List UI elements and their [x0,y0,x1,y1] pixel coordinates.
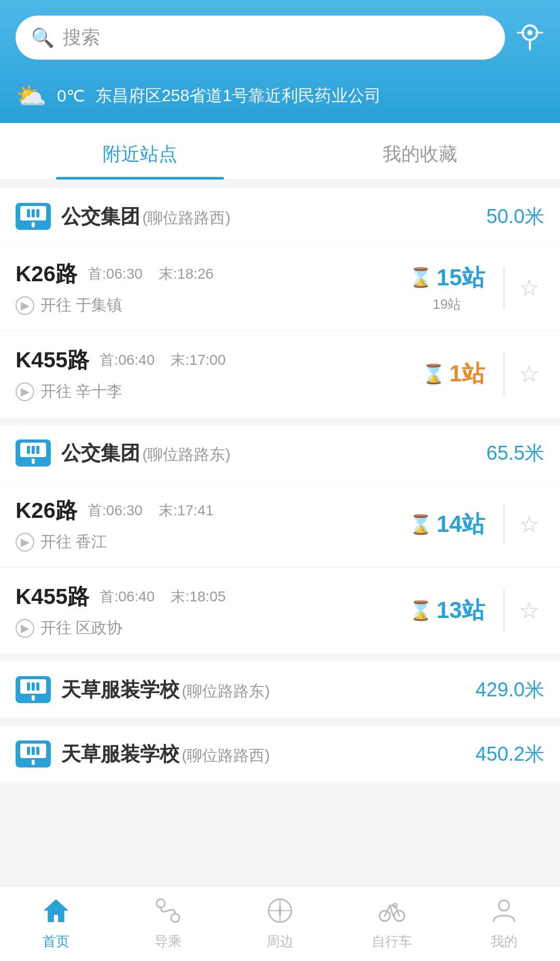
location-text: 东昌府区258省道1号靠近利民药业公司 [95,85,381,107]
route-row-k26-1[interactable]: K26路 首:06:30 末:18:26 ▶ 开往 于集镇 ⌛ 15 [0,245,560,331]
svg-point-16 [499,900,509,911]
divider-k455-1 [503,353,505,395]
station-header-3: 天草服装学校 (聊位路路东) 429.0米 [0,662,560,718]
bus-stop-icon-1 [16,203,51,230]
route-times-k26-1: 首:06:30 末:18:26 [88,264,214,284]
route-name-k455-1: K455路 [16,346,89,375]
route-name-k455-2: K455路 [16,582,89,611]
station-name-3: 天草服装学校 [61,679,179,701]
route-times-k26-2: 首:06:30 末:17:41 [88,501,214,520]
routes-station-2: K26路 首:06:30 末:17:41 ▶ 开往 香江 ⌛ 14站 [0,482,560,653]
search-icon: 🔍 [31,27,54,49]
divider-k26-1 [503,267,505,309]
route-dest-k455-1: 开往 辛十李 [40,381,122,402]
weather-icon: ⛅ [16,81,47,111]
tabs-container: 附近站点 我的收藏 [0,123,560,180]
arrow-icon-k26-1: ▶ [16,296,34,315]
compass-icon [267,897,293,928]
header: 🔍 搜索 ⛅ 0℃ 东昌府区258省道1号靠近利民药业公司 [0,0,560,123]
divider-k26-2 [503,504,505,545]
location-button[interactable] [515,20,544,56]
stops-main-k455-1: ⌛ 1站 [422,359,485,389]
search-row: 🔍 搜索 [16,16,544,60]
nav-item-nearby[interactable]: 周边 [224,886,336,961]
stops-main-k26-1: ⌛ 15站 [409,263,485,293]
station-name-1: 公交集团 [61,205,140,227]
route-dest-k455-2: 开往 区政协 [40,617,122,639]
nav-label-bike: 自行车 [372,932,412,951]
bus-stop-icon-4 [16,740,51,767]
svg-point-1 [527,30,533,35]
arrow-icon-k455-1: ▶ [16,382,34,401]
search-bar[interactable]: 🔍 搜索 [16,16,505,60]
home-icon [43,897,69,928]
search-placeholder: 搜索 [63,25,100,50]
nav-label-nearby: 周边 [267,932,293,951]
station-distance-1: 50.0米 [486,203,544,230]
station-sub-3: (聊位路路东) [181,682,270,699]
route-row-k26-2[interactable]: K26路 首:06:30 末:17:41 ▶ 开往 香江 ⌛ 14站 [0,482,560,568]
station-sub-4: (聊位路路西) [181,747,270,764]
station-sub-2: (聊位路路东) [142,446,230,463]
svg-marker-5 [44,899,68,922]
station-sub-1: (聊位路路西) [142,209,230,226]
person-icon [491,897,517,928]
route-times-k455-1: 首:06:40 末:17:00 [100,350,226,370]
route-name-k26-2: K26路 [16,496,77,525]
weather-row: ⛅ 0℃ 东昌府区258省道1号靠近利民药业公司 [16,72,544,123]
hourglass-icon-k26-2: ⌛ [409,514,432,536]
station-header-1: 公交集团 (聊位路路西) 50.0米 [0,188,560,244]
nav-label-profile: 我的 [491,932,517,951]
svg-point-7 [171,914,179,922]
routes-station-1: K26路 首:06:30 末:18:26 ▶ 开往 于集镇 ⌛ 15 [0,245,560,417]
route-icon [155,897,181,928]
station-distance-3: 429.0米 [475,677,544,703]
divider-k455-2 [503,590,505,631]
hourglass-icon-k455-1: ⌛ [422,363,445,385]
station-distance-4: 450.2米 [475,741,544,767]
svg-point-6 [157,899,165,908]
temperature: 0℃ [57,86,85,106]
bus-stop-icon-2 [16,440,51,466]
route-row-k455-2[interactable]: K455路 首:06:40 末:18:05 ▶ 开往 区政协 ⌛ 1 [0,568,560,653]
nav-item-home[interactable]: 首页 [0,886,112,961]
arrow-icon-k455-2: ▶ [16,619,34,638]
nav-label-home: 首页 [43,932,69,951]
star-button-k26-1[interactable]: ☆ [509,271,544,305]
nav-label-guide: 导乘 [155,932,181,951]
arrow-icon-k26-2: ▶ [16,533,34,552]
tab-favorites[interactable]: 我的收藏 [280,123,560,180]
bus-stop-icon-3 [16,676,51,703]
route-dest-k26-2: 开往 香江 [40,531,107,553]
nav-item-profile[interactable]: 我的 [448,886,560,961]
star-button-k455-2[interactable]: ☆ [509,594,544,627]
star-button-k26-2[interactable]: ☆ [509,508,544,541]
bottom-nav: 首页 导乘 周边 [0,885,560,961]
tab-nearby[interactable]: 附近站点 [0,123,280,180]
nav-item-guide[interactable]: 导乘 [112,886,224,961]
svg-marker-11 [278,901,282,911]
route-row-k455-1[interactable]: K455路 首:06:40 末:17:00 ▶ 开往 辛十李 ⌛ 1 [0,331,560,417]
station-distance-2: 65.5米 [486,440,544,466]
svg-marker-12 [278,911,282,920]
stops-sub-k26-1: 19站 [433,295,461,313]
route-dest-k26-1: 开往 于集镇 [40,295,122,316]
route-name-k26-1: K26路 [16,259,77,289]
station-header-2: 公交集团 (聊位路路东) 65.5米 [0,425,560,481]
station-header-4: 天草服装学校 (聊位路路西) 450.2米 [0,726,560,782]
nav-item-bike[interactable]: 自行车 [336,886,448,961]
stops-main-k455-2: ⌛ 13站 [409,595,485,626]
station-name-2: 公交集团 [61,442,140,464]
route-times-k455-2: 首:06:40 末:18:05 [100,587,226,607]
star-button-k455-1[interactable]: ☆ [509,358,544,391]
hourglass-icon-k455-2: ⌛ [409,600,432,622]
hourglass-icon-k26-1: ⌛ [409,267,432,289]
content-area: 公交集团 (聊位路路西) 50.0米 K26路 首:06:30 末:18:26 … [0,188,560,886]
stops-main-k26-2: ⌛ 14站 [409,509,485,540]
station-name-4: 天草服装学校 [61,743,179,765]
bike-icon [379,897,405,928]
